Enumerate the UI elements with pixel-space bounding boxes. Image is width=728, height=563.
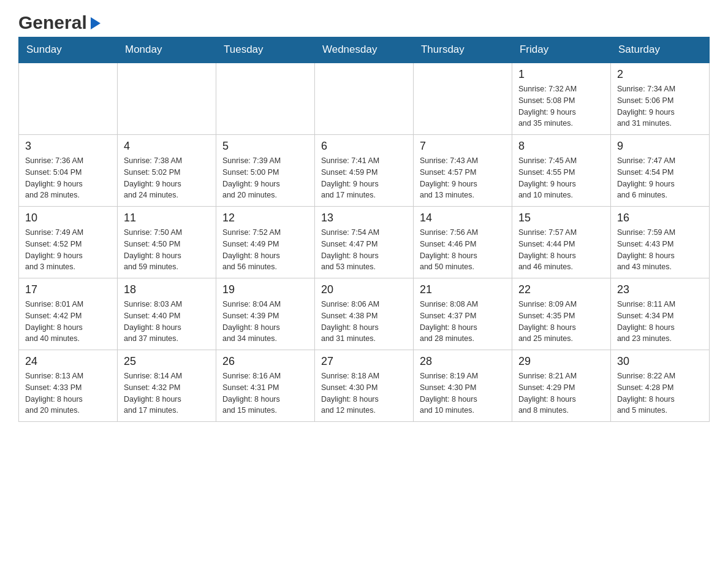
day-info: Sunrise: 7:34 AM Sunset: 5:06 PM Dayligh…	[617, 83, 703, 129]
calendar-cell: 12Sunrise: 7:52 AM Sunset: 4:49 PM Dayli…	[216, 207, 314, 278]
day-info: Sunrise: 8:13 AM Sunset: 4:33 PM Dayligh…	[25, 370, 111, 416]
day-info: Sunrise: 8:22 AM Sunset: 4:28 PM Dayligh…	[617, 370, 703, 416]
calendar-cell: 13Sunrise: 7:54 AM Sunset: 4:47 PM Dayli…	[314, 207, 413, 278]
day-info: Sunrise: 7:56 AM Sunset: 4:46 PM Dayligh…	[420, 227, 506, 273]
day-number: 20	[321, 283, 407, 296]
day-info: Sunrise: 7:43 AM Sunset: 4:57 PM Dayligh…	[420, 155, 506, 201]
day-number: 29	[518, 355, 604, 368]
calendar-cell: 8Sunrise: 7:45 AM Sunset: 4:55 PM Daylig…	[512, 135, 610, 207]
day-info: Sunrise: 8:14 AM Sunset: 4:32 PM Dayligh…	[124, 370, 210, 416]
calendar-cell: 16Sunrise: 7:59 AM Sunset: 4:43 PM Dayli…	[610, 207, 709, 278]
day-number: 30	[617, 355, 703, 368]
day-number: 10	[25, 212, 111, 224]
weekday-header-monday: Monday	[117, 37, 216, 63]
day-info: Sunrise: 8:01 AM Sunset: 4:42 PM Dayligh…	[25, 299, 111, 345]
day-number: 16	[617, 212, 703, 224]
day-number: 9	[617, 140, 703, 153]
day-info: Sunrise: 7:49 AM Sunset: 4:52 PM Dayligh…	[25, 227, 111, 273]
day-number: 5	[222, 140, 308, 153]
day-number: 1	[518, 68, 604, 81]
calendar-cell: 17Sunrise: 8:01 AM Sunset: 4:42 PM Dayli…	[19, 278, 118, 350]
calendar-cell	[216, 63, 314, 135]
day-number: 13	[321, 212, 407, 224]
calendar-cell: 5Sunrise: 7:39 AM Sunset: 5:00 PM Daylig…	[216, 135, 314, 207]
day-info: Sunrise: 7:59 AM Sunset: 4:43 PM Dayligh…	[617, 227, 703, 273]
day-number: 23	[617, 283, 703, 296]
calendar-cell: 7Sunrise: 7:43 AM Sunset: 4:57 PM Daylig…	[413, 135, 512, 207]
logo-general-text: General	[18, 12, 87, 33]
calendar-cell: 28Sunrise: 8:19 AM Sunset: 4:30 PM Dayli…	[413, 350, 512, 422]
day-number: 25	[124, 355, 210, 368]
logo-arrow-icon	[91, 17, 100, 29]
day-info: Sunrise: 7:54 AM Sunset: 4:47 PM Dayligh…	[321, 227, 407, 273]
calendar-cell	[413, 63, 512, 135]
page-header: General	[18, 12, 710, 31]
calendar-week-2: 3Sunrise: 7:36 AM Sunset: 5:04 PM Daylig…	[19, 135, 710, 207]
weekday-header-tuesday: Tuesday	[216, 37, 314, 63]
day-number: 11	[124, 212, 210, 224]
calendar-cell: 29Sunrise: 8:21 AM Sunset: 4:29 PM Dayli…	[512, 350, 610, 422]
day-info: Sunrise: 8:19 AM Sunset: 4:30 PM Dayligh…	[420, 370, 506, 416]
day-info: Sunrise: 8:21 AM Sunset: 4:29 PM Dayligh…	[518, 370, 604, 416]
calendar-cell: 4Sunrise: 7:38 AM Sunset: 5:02 PM Daylig…	[117, 135, 216, 207]
calendar-cell: 22Sunrise: 8:09 AM Sunset: 4:35 PM Dayli…	[512, 278, 610, 350]
calendar-cell: 21Sunrise: 8:08 AM Sunset: 4:37 PM Dayli…	[413, 278, 512, 350]
day-info: Sunrise: 7:47 AM Sunset: 4:54 PM Dayligh…	[617, 155, 703, 201]
calendar-cell: 27Sunrise: 8:18 AM Sunset: 4:30 PM Dayli…	[314, 350, 413, 422]
day-number: 22	[518, 283, 604, 296]
day-number: 14	[420, 212, 506, 224]
day-info: Sunrise: 8:06 AM Sunset: 4:38 PM Dayligh…	[321, 299, 407, 345]
calendar-cell: 24Sunrise: 8:13 AM Sunset: 4:33 PM Dayli…	[19, 350, 118, 422]
calendar-cell: 30Sunrise: 8:22 AM Sunset: 4:28 PM Dayli…	[610, 350, 709, 422]
calendar-cell: 18Sunrise: 8:03 AM Sunset: 4:40 PM Dayli…	[117, 278, 216, 350]
day-info: Sunrise: 7:50 AM Sunset: 4:50 PM Dayligh…	[124, 227, 210, 273]
calendar-cell: 9Sunrise: 7:47 AM Sunset: 4:54 PM Daylig…	[610, 135, 709, 207]
calendar-cell: 11Sunrise: 7:50 AM Sunset: 4:50 PM Dayli…	[117, 207, 216, 278]
calendar-header-row: SundayMondayTuesdayWednesdayThursdayFrid…	[19, 37, 710, 63]
day-info: Sunrise: 8:08 AM Sunset: 4:37 PM Dayligh…	[420, 299, 506, 345]
day-info: Sunrise: 7:52 AM Sunset: 4:49 PM Dayligh…	[222, 227, 308, 273]
day-number: 7	[420, 140, 506, 153]
calendar-cell	[314, 63, 413, 135]
day-info: Sunrise: 8:18 AM Sunset: 4:30 PM Dayligh…	[321, 370, 407, 416]
day-info: Sunrise: 7:32 AM Sunset: 5:08 PM Dayligh…	[518, 83, 604, 129]
weekday-header-sunday: Sunday	[19, 37, 118, 63]
day-number: 19	[222, 283, 308, 296]
calendar-week-1: 1Sunrise: 7:32 AM Sunset: 5:08 PM Daylig…	[19, 63, 710, 135]
calendar-week-4: 17Sunrise: 8:01 AM Sunset: 4:42 PM Dayli…	[19, 278, 710, 350]
calendar-cell: 20Sunrise: 8:06 AM Sunset: 4:38 PM Dayli…	[314, 278, 413, 350]
day-info: Sunrise: 7:36 AM Sunset: 5:04 PM Dayligh…	[25, 155, 111, 201]
day-info: Sunrise: 8:09 AM Sunset: 4:35 PM Dayligh…	[518, 299, 604, 345]
calendar-cell: 6Sunrise: 7:41 AM Sunset: 4:59 PM Daylig…	[314, 135, 413, 207]
day-number: 3	[25, 140, 111, 153]
weekday-header-saturday: Saturday	[610, 37, 709, 63]
calendar-cell	[19, 63, 118, 135]
day-number: 4	[124, 140, 210, 153]
day-info: Sunrise: 8:04 AM Sunset: 4:39 PM Dayligh…	[222, 299, 308, 345]
day-number: 21	[420, 283, 506, 296]
calendar-week-5: 24Sunrise: 8:13 AM Sunset: 4:33 PM Dayli…	[19, 350, 710, 422]
calendar-cell: 26Sunrise: 8:16 AM Sunset: 4:31 PM Dayli…	[216, 350, 314, 422]
day-info: Sunrise: 8:11 AM Sunset: 4:34 PM Dayligh…	[617, 299, 703, 345]
day-info: Sunrise: 7:57 AM Sunset: 4:44 PM Dayligh…	[518, 227, 604, 273]
calendar-cell: 19Sunrise: 8:04 AM Sunset: 4:39 PM Dayli…	[216, 278, 314, 350]
day-number: 2	[617, 68, 703, 81]
day-info: Sunrise: 8:03 AM Sunset: 4:40 PM Dayligh…	[124, 299, 210, 345]
day-number: 18	[124, 283, 210, 296]
day-number: 26	[222, 355, 308, 368]
weekday-header-thursday: Thursday	[413, 37, 512, 63]
day-info: Sunrise: 7:39 AM Sunset: 5:00 PM Dayligh…	[222, 155, 308, 201]
day-info: Sunrise: 7:41 AM Sunset: 4:59 PM Dayligh…	[321, 155, 407, 201]
day-number: 15	[518, 212, 604, 224]
calendar-cell: 25Sunrise: 8:14 AM Sunset: 4:32 PM Dayli…	[117, 350, 216, 422]
calendar-cell	[117, 63, 216, 135]
weekday-header-wednesday: Wednesday	[314, 37, 413, 63]
logo: General	[18, 12, 100, 31]
calendar-cell: 1Sunrise: 7:32 AM Sunset: 5:08 PM Daylig…	[512, 63, 610, 135]
day-number: 27	[321, 355, 407, 368]
calendar-cell: 15Sunrise: 7:57 AM Sunset: 4:44 PM Dayli…	[512, 207, 610, 278]
day-info: Sunrise: 7:38 AM Sunset: 5:02 PM Dayligh…	[124, 155, 210, 201]
day-number: 24	[25, 355, 111, 368]
day-info: Sunrise: 7:45 AM Sunset: 4:55 PM Dayligh…	[518, 155, 604, 201]
calendar-week-3: 10Sunrise: 7:49 AM Sunset: 4:52 PM Dayli…	[19, 207, 710, 278]
